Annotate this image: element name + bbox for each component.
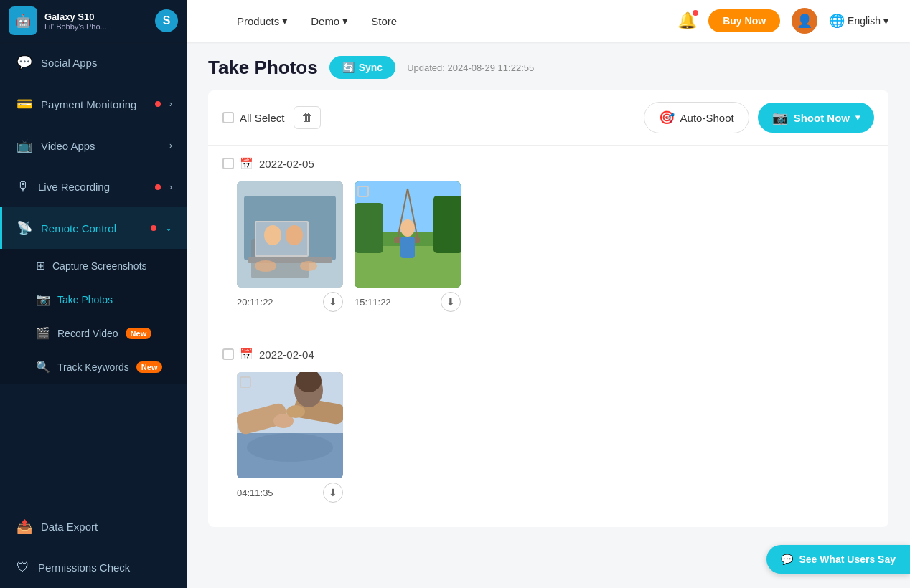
photo-footer: 04:11:35 ⬇ [237,478,343,507]
notification-dot [693,10,698,16]
record-video-icon: 🎬 [36,326,50,340]
download-button[interactable]: ⬇ [323,483,343,503]
date-group-2: 📅 2022-02-04 [208,336,888,527]
chevron-down-icon: ⌄ [165,223,172,233]
sidebar-item-data-export[interactable]: 📤 Data Export [0,506,187,547]
notification-dot [155,184,161,190]
new-badge: New [136,361,163,373]
photo-card: 15:11:22 ⬇ [355,181,461,316]
svg-point-9 [300,261,317,271]
sidebar-item-record-video[interactable]: 🎬 Record Video New [36,316,187,350]
date-group-1: 📅 2022-02-05 [208,146,888,336]
chevron-right-icon: › [169,99,172,109]
buy-now-button[interactable]: Buy Now [708,9,780,32]
camera-icon: 📷 [36,293,50,306]
screenshot-icon: ⊞ [36,259,45,272]
user-avatar[interactable]: 👤 [792,8,817,34]
sidebar-item-capture-screenshots[interactable]: ⊞ Capture Screenshots [36,249,187,283]
chevron-down-icon: ▾ [883,15,888,27]
svg-point-26 [286,405,305,418]
all-select-checkbox[interactable] [222,112,234,123]
photo-panel: All Select 🗑 🎯 Auto-Shoot 📷 Shoot Now ▾ [208,90,888,527]
download-button[interactable]: ⬇ [323,292,343,312]
shield-icon: 🛡 [17,560,29,575]
remote-control-submenu: ⊞ Capture Screenshots 📷 Take Photos 🎬 Re… [0,249,187,384]
nav-demo[interactable]: Demo ▾ [311,14,348,27]
nav-products[interactable]: Products ▾ [237,14,288,27]
new-badge: New [126,328,152,339]
sidebar-item-payment-monitoring[interactable]: 💳 Payment Monitoring › [0,83,187,125]
language-selector[interactable]: 🌐 English ▾ [829,13,888,29]
photo-footer: 20:11:22 ⬇ [237,288,343,316]
nav-store[interactable]: Store [371,15,397,27]
delete-button[interactable]: 🗑 [294,106,321,129]
photo-time: 20:11:22 [237,297,273,308]
date-label-2: 2022-02-04 [259,348,314,361]
page-title: Take Photos [208,57,318,79]
svg-point-22 [247,433,333,462]
notification-dot [151,225,156,231]
date-group-checkbox[interactable] [222,348,234,360]
content-area: Take Photos 🔄 Sync Updated: 2024-08-29 1… [187,42,910,588]
auto-shoot-icon: 🎯 [659,110,675,125]
chat-icon: 💬 [17,54,32,70]
chevron-down-icon: ▾ [282,14,288,27]
svg-point-8 [255,260,276,272]
panel-toolbar: All Select 🗑 🎯 Auto-Shoot 📷 Shoot Now ▾ [208,90,888,146]
brand-area: 🤖 Galaxy S10 Lil' Bobby's Pho... S [0,0,187,42]
photo-thumbnail[interactable] [237,372,343,478]
updated-timestamp: Updated: 2024-08-29 11:22:55 [407,62,534,73]
brand-device: Galaxy S10 [44,11,107,22]
sidebar-item-permissions-check[interactable]: 🛡 Permissions Check [0,547,187,588]
sidebar-item-social-apps[interactable]: 💬 Social Apps [0,42,187,83]
photo-checkbox[interactable] [240,376,251,388]
card-icon: 💳 [17,96,32,112]
photo-thumbnail[interactable] [355,181,461,288]
svg-rect-14 [433,196,461,253]
shoot-now-button[interactable]: 📷 Shoot Now ▾ [758,103,874,133]
notification-bell[interactable]: 🔔 [677,11,697,30]
sidebar-item-take-photos[interactable]: 📷 Take Photos [36,283,187,316]
sync-icon: 🔄 [342,62,355,73]
svg-rect-19 [400,237,415,258]
chevron-down-icon: ▾ [855,113,860,123]
svg-point-5 [264,225,281,245]
mic-icon: 🎙 [17,179,29,194]
content-body: All Select 🗑 🎯 Auto-Shoot 📷 Shoot Now ▾ [187,79,910,588]
sidebar-item-track-keywords[interactable]: 🔍 Track Keywords New [36,350,187,384]
chevron-right-icon: › [169,182,172,192]
main-nav: Products ▾ Demo ▾ Store [208,14,677,27]
svg-rect-13 [355,203,383,253]
chat-icon: 💬 [781,554,793,565]
keyword-icon: 🔍 [36,360,50,374]
date-label-1: 2022-02-05 [259,158,314,170]
photo-checkbox[interactable] [357,186,369,197]
photos-row-1: 20:11:22 ⬇ [222,181,874,331]
date-header-2: 📅 2022-02-04 [222,348,874,361]
auto-shoot-button[interactable]: 🎯 Auto-Shoot [644,102,749,133]
video-icon: 📺 [17,138,32,153]
see-what-users-say-button[interactable]: 💬 See What Users Say [766,545,910,574]
chevron-down-icon: ▾ [342,14,348,27]
sidebar-item-video-apps[interactable]: 📺 Video Apps › [0,125,187,166]
all-select-label[interactable]: All Select [222,112,285,124]
export-icon: 📤 [17,518,32,534]
photo-card: 04:11:35 ⬇ [237,372,343,507]
sidebar-item-remote-control[interactable]: 📡 Remote Control ⌄ [0,207,187,249]
content-header: Take Photos 🔄 Sync Updated: 2024-08-29 1… [187,42,910,79]
download-button[interactable]: ⬇ [441,292,461,312]
svg-point-18 [400,219,415,237]
photo-thumbnail[interactable] [237,181,343,288]
date-group-checkbox[interactable] [222,158,234,169]
sidebar: 💬 Social Apps 💳 Payment Monitoring › 📺 V… [0,42,187,588]
sidebar-item-live-recording[interactable]: 🎙 Live Recording › [0,166,187,207]
brand-android-icon: 🤖 [9,6,37,35]
photo-time: 04:11:35 [237,488,273,498]
camera-icon: 📷 [772,110,788,125]
brand-s-button[interactable]: S [155,9,178,32]
photo-footer: 15:11:22 ⬇ [355,288,461,316]
sync-button[interactable]: 🔄 Sync [329,56,395,79]
brand-text: Galaxy S10 Lil' Bobby's Pho... [44,11,107,31]
photo-time: 15:11:22 [355,297,391,308]
brand-sub: Lil' Bobby's Pho... [44,22,107,31]
